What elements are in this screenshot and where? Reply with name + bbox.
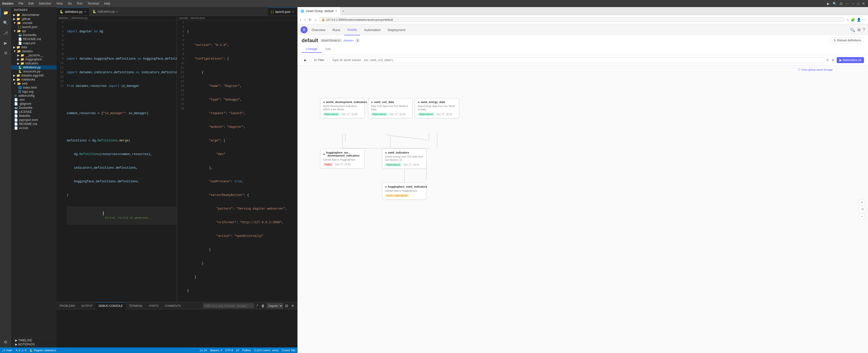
sidebar-timeline[interactable]: ▶ TIMELINE bbox=[13, 339, 55, 343]
sidebar-item-huggingface[interactable]: ▶ 📁 huggingface bbox=[11, 57, 57, 61]
sidebar-item-github[interactable]: ▶ 📁 .github bbox=[11, 17, 57, 21]
sidebar-item-readme2[interactable]: 📄 README.md bbox=[11, 122, 57, 126]
dagster-nav-runs[interactable]: Runs bbox=[329, 24, 343, 35]
breadcrumb-datadex[interactable]: datadex bbox=[59, 17, 68, 20]
sidebar-item-dockerfile[interactable]: 🐳 Dockerfile bbox=[11, 33, 57, 37]
dagster-nav-overview[interactable]: Overview bbox=[309, 24, 328, 35]
status-line-col[interactable]: Ln 14 bbox=[200, 349, 207, 352]
dagster-refresh-btn[interactable]: ↻ bbox=[826, 58, 829, 62]
search-top-btn[interactable]: 🔍 bbox=[832, 1, 838, 6]
browser-extensions-icon[interactable]: 🧩 bbox=[851, 18, 855, 22]
breadcrumb-vscode[interactable]: vscode bbox=[179, 17, 188, 20]
sidebar-item-api[interactable]: ▼ 📂 api bbox=[11, 29, 57, 33]
dagster-help-icon[interactable]: ? bbox=[863, 28, 865, 32]
browser-settings-icon[interactable]: ⋯ bbox=[863, 18, 866, 22]
sidebar-item-launch-json[interactable]: { } launch.json bbox=[11, 25, 57, 29]
asset-huggingface-owid[interactable]: ◈ huggingface_owid_indicators Upload dat… bbox=[382, 183, 426, 199]
dagster-nav-assets[interactable]: Assets bbox=[344, 24, 360, 35]
dagster-graph[interactable]: ◈ world_development_indicators World Dev… bbox=[298, 65, 868, 353]
bottom-tab-terminal[interactable]: TERMINAL bbox=[126, 302, 146, 309]
filter-clear-btn[interactable]: 🗑 bbox=[260, 303, 266, 308]
asset-owid-co2[interactable]: ◈ owid_co2_data Raw CO2 data from Our Wo… bbox=[368, 98, 412, 118]
debug-btn[interactable]: ▶ bbox=[826, 1, 831, 6]
browser-account-icon[interactable]: 👤 bbox=[857, 18, 861, 22]
sidebar-item-gitignore[interactable]: 📄 .gitignore bbox=[11, 102, 57, 106]
status-cursor[interactable]: Cursor Tab bbox=[282, 349, 296, 352]
dagster-window-tab-default[interactable]: 🌐 Asset Group: default ✕ bbox=[298, 7, 340, 15]
info-icon[interactable]: ℹ bbox=[355, 39, 360, 42]
dagster-add-tab[interactable]: + bbox=[340, 9, 346, 13]
asset-owid-energy[interactable]: ◈ owid_energy_data Raw Energy data from … bbox=[415, 98, 459, 118]
left-code-area[interactable]: 12345 678910 1112131415 import dagster a… bbox=[57, 20, 177, 302]
sidebar-item-vscode[interactable]: ▼ 📂 .vscode bbox=[11, 21, 57, 25]
dagster-search-icon[interactable]: 🔍 bbox=[850, 28, 855, 32]
dagster-tab-list[interactable]: List bbox=[321, 45, 335, 53]
sidebar-item-indicators[interactable]: ▶ 📁 indicators bbox=[11, 61, 57, 65]
sidebar-item-resources-py[interactable]: 🐍 resources.py bbox=[11, 69, 57, 73]
tab-definitions-py[interactable]: 🐍 definitions.py ✕ bbox=[57, 7, 89, 15]
sidebar-item-notebooks[interactable]: ▶ 📁 notebooks bbox=[11, 77, 57, 82]
breadcrumb-definitions-py[interactable]: definitions.py bbox=[71, 17, 88, 20]
bottom-tab-problems[interactable]: PROBLEMS bbox=[57, 302, 78, 309]
sidebar-item-devcontainer[interactable]: ▶ 📁 .devcontainer bbox=[11, 13, 57, 17]
bottom-tab-comments[interactable]: COMMENTS bbox=[162, 302, 184, 309]
browser-refresh-btn[interactable]: ↻ bbox=[308, 17, 312, 22]
activity-debug[interactable]: ▶ bbox=[0, 38, 11, 47]
split-panel-btn[interactable]: ⊟ bbox=[284, 303, 289, 308]
sidebar-item-uvlock[interactable]: 📄 uv.lock bbox=[11, 126, 57, 130]
close-btn[interactable]: ✕ bbox=[861, 1, 866, 6]
dagster-settings-btn[interactable]: ⚙ bbox=[831, 58, 835, 62]
sidebar-item-web[interactable]: ▼ 📂 web bbox=[11, 82, 57, 86]
tab-indicators-py[interactable]: 🐍 indicators.py ✕ bbox=[89, 7, 122, 15]
browser-forward-btn[interactable]: › bbox=[304, 17, 306, 22]
zoom-in-btn[interactable]: + bbox=[859, 199, 865, 205]
minimize-btn[interactable]: ─ bbox=[851, 1, 855, 6]
sidebar-item-definitions-py[interactable]: 🐍 definitions.py bbox=[11, 65, 57, 69]
dagster-settings-icon[interactable]: ⚙ bbox=[857, 28, 861, 32]
dagster-logo[interactable]: D bbox=[301, 26, 308, 33]
status-errors[interactable]: ✕ 0 ⚠ 0 bbox=[16, 349, 26, 352]
menu-view[interactable]: View bbox=[54, 0, 65, 7]
asset-huggingface-wdi[interactable]: ◈ huggingface_wo..._development_indicato… bbox=[320, 149, 365, 168]
menu-file[interactable]: File bbox=[17, 0, 25, 7]
play-btn[interactable]: ▶ bbox=[302, 57, 309, 63]
asset-world-development[interactable]: ◈ world_development_indicators World Dev… bbox=[320, 98, 365, 118]
browser-back-btn[interactable]: ‹ bbox=[300, 17, 302, 22]
tab-close-definitions[interactable]: ✕ bbox=[84, 10, 86, 13]
browser-home-btn[interactable]: ⌂ bbox=[314, 17, 317, 22]
menu-help[interactable]: Help bbox=[102, 0, 113, 7]
activity-git[interactable]: ⎇ bbox=[0, 28, 11, 37]
datadex-link[interactable]: datadex bbox=[344, 39, 353, 42]
sidebar-item-pycache[interactable]: ▶ 📁 __pycache__ bbox=[11, 53, 57, 57]
sidebar-item-index-html[interactable]: 🌐 index.html bbox=[11, 86, 57, 90]
activity-settings[interactable]: ⚙ bbox=[0, 338, 11, 347]
status-language[interactable]: Python bbox=[243, 349, 251, 352]
filter-input[interactable] bbox=[203, 303, 254, 308]
browser-url-bar[interactable]: 🔒 127.0.0.1:3000/locations/datadex/asset… bbox=[319, 17, 844, 22]
maximize-btn[interactable]: □ bbox=[856, 1, 860, 6]
more-btn[interactable]: ⋯ bbox=[844, 1, 850, 6]
reload-definitions-btn[interactable]: ↻ Reload definitions bbox=[831, 37, 864, 43]
zoom-reset-btn[interactable]: ⊡ bbox=[859, 206, 866, 212]
bottom-tab-debug-console[interactable]: DEBUG CONSOLE bbox=[95, 302, 126, 309]
sidebar-item-data[interactable]: ▶ 📁 data bbox=[11, 45, 57, 49]
tab-close-launch[interactable]: ✕ bbox=[292, 10, 294, 13]
bottom-tab-ports[interactable]: PORTS bbox=[146, 302, 162, 309]
dagster-nav-automation[interactable]: Automation bbox=[361, 24, 384, 35]
sidebar-item-pyproject-toml[interactable]: 📄 pyproject.toml bbox=[11, 118, 57, 122]
sidebar-item-datadex-egginfo[interactable]: ▶ 📁 datadex.egg-info bbox=[11, 73, 57, 77]
materialize-all-btn[interactable]: ▶ Materialize all bbox=[837, 57, 864, 63]
dagster-tab-lineage[interactable]: Lineage bbox=[302, 45, 321, 53]
zoom-out-btn[interactable]: − bbox=[859, 213, 865, 219]
dagster-nav-deployment[interactable]: Deployment bbox=[385, 24, 408, 35]
sidebar-item-license[interactable]: 📄 LICENSE bbox=[11, 110, 57, 114]
sidebar-item-makefile[interactable]: 📄 Makefile bbox=[11, 114, 57, 118]
status-git-branch[interactable]: ⎇ main bbox=[2, 349, 12, 352]
tab-close-indicators[interactable]: ✕ bbox=[116, 10, 118, 13]
breadcrumb-launch-json[interactable]: launch.json bbox=[191, 17, 205, 20]
debug-dropdown[interactable]: Dagster bbox=[267, 303, 283, 308]
menu-go[interactable]: Go bbox=[66, 0, 74, 7]
bottom-tab-output[interactable]: OUTPUT bbox=[78, 302, 95, 309]
status-spaces[interactable]: Spaces: 4 bbox=[210, 349, 222, 352]
status-python-version[interactable]: 3.13.0 ('venv': venv) bbox=[254, 349, 279, 352]
